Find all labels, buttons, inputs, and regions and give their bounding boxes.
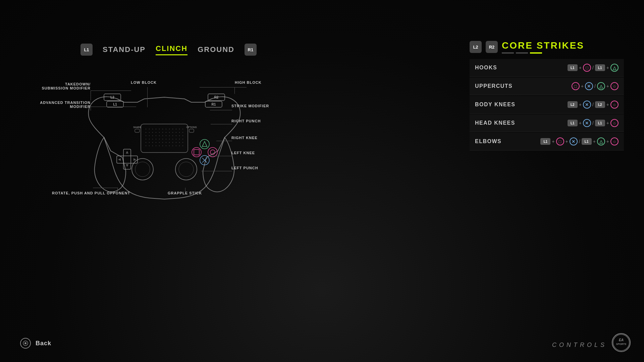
move-row-uppercuts: UPPERCUTS □ + ✕ / △ + ○: [470, 77, 624, 95]
r2-badge[interactable]: R2: [486, 41, 498, 53]
svg-rect-83: [189, 129, 194, 132]
svg-point-15: [166, 129, 166, 129]
svg-point-59: [152, 142, 153, 143]
svg-text:L1: L1: [113, 103, 117, 106]
btn-triangle-up: △: [597, 82, 605, 90]
panel-title: CORE STRIKES: [502, 40, 584, 51]
panel-header: L2 R2 CORE STRIKES: [470, 40, 624, 54]
right-punch-line: [211, 124, 232, 124]
svg-point-23: [152, 132, 153, 133]
strike-modifier-label: STRIKE MODIFIER: [231, 104, 269, 108]
btn-l1-el: L1: [540, 138, 550, 145]
svg-point-27: [166, 132, 166, 133]
svg-point-69: [146, 145, 146, 146]
move-row-body-knees: BODY KNEES L2 + ✕ / L2 + ○: [470, 96, 624, 114]
btn-square-el: □: [556, 137, 564, 145]
svg-point-50: [162, 139, 163, 139]
svg-point-57: [146, 142, 146, 143]
advanced-line-h: [91, 107, 136, 107]
left-punch-label: LEFT PUNCH: [231, 166, 258, 170]
r1-badge[interactable]: R1: [245, 44, 257, 56]
underline-seg-3: [530, 52, 542, 54]
btn-circle-hk: ○: [610, 119, 619, 127]
btn-cross-el: ✕: [570, 137, 578, 145]
underline-seg-1: [502, 52, 514, 54]
move-name-elbows: ELBOWS: [475, 138, 522, 144]
svg-point-61: [159, 142, 160, 143]
svg-point-12: [156, 129, 156, 129]
svg-point-20: [182, 129, 183, 129]
svg-point-46: [149, 139, 150, 139]
svg-point-105: [24, 342, 26, 344]
svg-point-45: [146, 139, 146, 139]
svg-point-80: [182, 145, 183, 146]
tab-standup[interactable]: STAND-UP: [103, 45, 146, 54]
svg-point-41: [172, 135, 173, 136]
svg-point-51: [166, 139, 166, 139]
svg-text:R2: R2: [214, 96, 219, 99]
svg-point-63: [166, 142, 166, 143]
svg-text:R1: R1: [212, 103, 216, 106]
btn-circle-up: ○: [610, 82, 619, 90]
svg-point-24: [156, 132, 156, 133]
btn-l2-bk2: L2: [595, 101, 605, 108]
right-knee-label: RIGHT KNEE: [231, 136, 258, 140]
advanced-line-v: [91, 104, 91, 111]
svg-point-19: [179, 129, 180, 129]
back-icon[interactable]: [20, 338, 31, 349]
svg-point-37: [159, 135, 160, 136]
right-punch-label: RIGHT PUNCH: [231, 119, 261, 123]
l1-badge[interactable]: L1: [80, 44, 93, 56]
svg-marker-87: [126, 151, 128, 154]
svg-point-17: [172, 129, 173, 129]
svg-point-11: [152, 129, 153, 129]
svg-point-77: [172, 145, 173, 146]
svg-point-79: [179, 145, 180, 146]
btn-cross-bk: ✕: [583, 101, 591, 109]
btn-cross-up: ✕: [585, 82, 593, 90]
btn-l1-el2: L1: [582, 138, 592, 145]
low-block-label: LOW BLOCK: [131, 80, 157, 84]
btn-l1-hooks2: L1: [595, 64, 605, 71]
svg-point-64: [169, 142, 170, 143]
svg-point-58: [149, 142, 150, 143]
svg-point-32: [182, 132, 183, 133]
btn-l1-hooks: L1: [568, 64, 578, 71]
btn-circle-el: ○: [610, 137, 619, 145]
svg-point-36: [156, 135, 156, 136]
svg-point-65: [172, 142, 173, 143]
panel-underline: [502, 52, 584, 54]
svg-point-75: [166, 145, 166, 146]
high-block-line-v: [234, 87, 235, 94]
svg-point-42: [176, 135, 176, 136]
svg-point-28: [169, 132, 170, 133]
svg-point-78: [176, 145, 176, 146]
l2-badge[interactable]: L2: [470, 41, 482, 53]
svg-rect-94: [194, 149, 199, 155]
tab-clinch[interactable]: CLINCH: [156, 44, 187, 55]
svg-point-62: [162, 142, 163, 143]
svg-text:SPORTS: SPORTS: [616, 343, 626, 346]
left-punch-line: [201, 171, 232, 171]
svg-point-39: [166, 135, 166, 136]
btn-l2-bk: L2: [568, 101, 578, 108]
svg-text:OPTIONS: OPTIONS: [186, 126, 197, 128]
svg-point-66: [176, 142, 176, 143]
svg-point-72: [156, 145, 156, 146]
svg-marker-90: [133, 158, 136, 161]
btn-triangle-hooks: △: [610, 64, 619, 72]
tab-ground[interactable]: GROUND: [198, 45, 234, 54]
rotate-label: ROTATE, PUSH AND PULL OPPONENT: [52, 191, 130, 195]
controller-diagram: L2 R2 L1 R1: [27, 60, 315, 228]
btn-l1-hk: L1: [568, 120, 578, 126]
move-row-hooks: HOOKS L1 + □ / L1 + △: [470, 59, 624, 77]
svg-point-60: [156, 142, 156, 143]
back-label[interactable]: Back: [36, 340, 51, 347]
move-name-body-knees: BODY KNEES: [475, 102, 522, 108]
svg-point-44: [182, 135, 183, 136]
right-panel: L2 R2 CORE STRIKES HOOKS L1 + □ / L1 +: [470, 40, 624, 151]
svg-point-52: [169, 139, 170, 139]
svg-point-14: [162, 129, 163, 129]
btn-cross-hk: ✕: [583, 119, 591, 127]
svg-point-91: [200, 139, 209, 149]
